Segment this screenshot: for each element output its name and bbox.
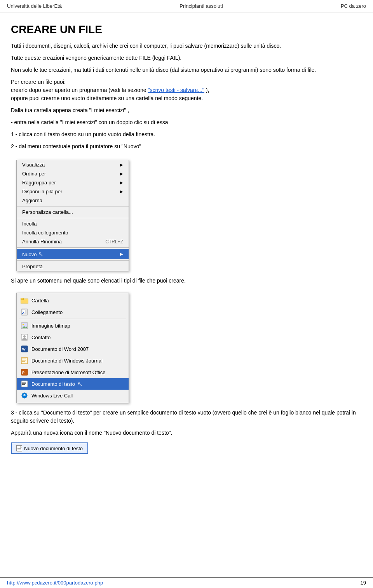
svg-rect-21 (22, 383, 26, 384)
contact-icon (21, 333, 28, 341)
svg-point-10 (23, 335, 26, 338)
submenu-item-live-call: Windows Live Call (17, 390, 129, 401)
menu-separator-4 (17, 260, 129, 261)
submenu-item-collegamento: Collegamento (17, 306, 129, 318)
menu-item-aggiorna: Aggiorna (17, 196, 129, 205)
menu-item-incolla-col: Incolla collegamento (17, 228, 129, 237)
cursor-icon: ↖ (38, 250, 43, 258)
main-content: CREARE UN FILE Tutti i documenti, disegn… (0, 12, 373, 483)
svg-rect-20 (22, 382, 26, 383)
new-doc-label: Nuovo documento di testo (24, 446, 83, 451)
bitmap-icon (21, 322, 28, 330)
shortcut-icon (21, 308, 28, 316)
submenu-separator (19, 319, 126, 319)
submenu-arrow-icon: ▶ (120, 180, 123, 185)
paragraph-9: 3 - clicca su "Documento di testo" per c… (11, 409, 362, 425)
powerpoint-icon: P (21, 368, 28, 376)
header-university: Università delle LiberEtà (7, 3, 62, 9)
svg-rect-27 (17, 449, 21, 449)
page-header: Università delle LiberEtà Principianti a… (0, 0, 373, 12)
submenu-arrow-icon: ▶ (120, 189, 123, 194)
svg-rect-1 (21, 298, 24, 300)
submenu-item-word: W Documento di Word 2007 (17, 343, 129, 355)
svg-rect-13 (21, 357, 28, 364)
context-menu-screenshot: Visualizza ▶ Ordina per ▶ Raggruppa per … (16, 160, 129, 271)
paragraph-10: Apparirà una nuova icona con il nome "Nu… (11, 429, 362, 437)
menu-item-nuovo: Nuovo ↖ ▶ (17, 249, 129, 259)
submenu-item-ppt: P Presentazione di Microsoft Office (17, 366, 129, 378)
page-title: CREARE UN FILE (11, 23, 362, 36)
paragraph-6: - entra nella cartella "I miei esercizi"… (11, 118, 362, 127)
submenu-item-testo: Documento di testo ↖ (17, 378, 129, 390)
paragraph-1: Tutti i documenti, disegni, calcoli, arc… (11, 42, 362, 50)
menu-item-raggruppa: Raggruppa per ▶ (17, 178, 129, 187)
menu-separator-1 (17, 206, 129, 206)
submenu-item-bitmap: Immagine bitmap (17, 320, 129, 331)
caption-1: Si apre un sottomenu nel quale sono elen… (11, 277, 362, 285)
p4-main: crearlo dopo aver aperto un programma (v… (11, 87, 148, 93)
svg-text:P: P (22, 371, 24, 375)
menu-item-incolla: Incolla (17, 219, 129, 228)
paragraph-8: 2 - dal menu contestuale porta il puntat… (11, 142, 362, 151)
menu-item-disponi: Disponi in pila per ▶ (17, 187, 129, 196)
paragraph-7: 1 - clicca con il tasto destro su un pun… (11, 130, 362, 139)
word-icon: W (21, 345, 28, 353)
p4-prefix: Per creare un file puoi: (11, 79, 66, 85)
p4-end: oppure puoi crearne uno vuoto direttamen… (11, 95, 203, 101)
live-call-icon (21, 392, 28, 399)
menu-separator-2 (17, 218, 129, 218)
page-footer: http://www.pcdazero.it/000partodazero.ph… (0, 577, 373, 588)
svg-rect-28 (17, 450, 20, 450)
textfile-icon (21, 380, 28, 388)
paragraph-3: Non solo le tue creazioni, ma tutti i da… (11, 66, 362, 74)
journal-icon (21, 357, 28, 364)
menu-item-visualizza: Visualizza ▶ (17, 160, 129, 169)
paragraph-4: Per creare un file puoi: crearlo dopo av… (11, 78, 362, 102)
header-series: PC da zero (341, 3, 366, 9)
header-course: Principianti assoluti (180, 3, 223, 9)
scrivo-testi-link[interactable]: "scrivo testi - salvare..." (148, 87, 204, 93)
cursor-icon: ↖ (77, 380, 82, 388)
svg-point-7 (23, 324, 24, 325)
menu-item-ordina: Ordina per ▶ (17, 169, 129, 178)
menu-item-personalizza: Personalizza cartella... (17, 208, 129, 217)
document-icon-small (16, 445, 22, 451)
submenu-item-cartella: Cartella (17, 295, 129, 306)
p4-suffix: ), (204, 87, 209, 93)
submenu-arrow-icon: ▶ (120, 163, 123, 167)
menu-item-proprieta: Proprietà (17, 262, 129, 271)
submenu-item-contatto: Contatto (17, 331, 129, 343)
paragraph-2: Tutte queste creazioni vengono genericam… (11, 54, 362, 62)
folder-icon (21, 297, 28, 304)
svg-rect-22 (22, 384, 25, 385)
svg-rect-19 (21, 381, 28, 387)
submenu-arrow-icon: ▶ (120, 172, 123, 176)
new-doc-area: Nuovo documento di testo (11, 442, 362, 454)
svg-rect-26 (17, 448, 21, 449)
new-doc-icon: Nuovo documento di testo (11, 442, 88, 454)
svg-text:W: W (22, 347, 26, 351)
submenu-screenshot: Cartella Collegamento (16, 293, 129, 403)
footer-link[interactable]: http://www.pcdazero.it/000partodazero.ph… (7, 580, 103, 586)
submenu-item-journal: Documento di Windows Journal (17, 355, 129, 366)
paragraph-5: Dalla tua cartella appena creata "I miei… (11, 106, 362, 114)
menu-separator-3 (17, 247, 129, 248)
submenu-arrow-icon: ▶ (120, 252, 123, 256)
menu-item-annulla: Annulla Rinomina CTRL+Z (17, 237, 129, 246)
svg-rect-14 (22, 359, 26, 359)
svg-rect-16 (22, 361, 25, 362)
svg-rect-15 (22, 360, 26, 361)
page-number: 19 (361, 580, 366, 586)
